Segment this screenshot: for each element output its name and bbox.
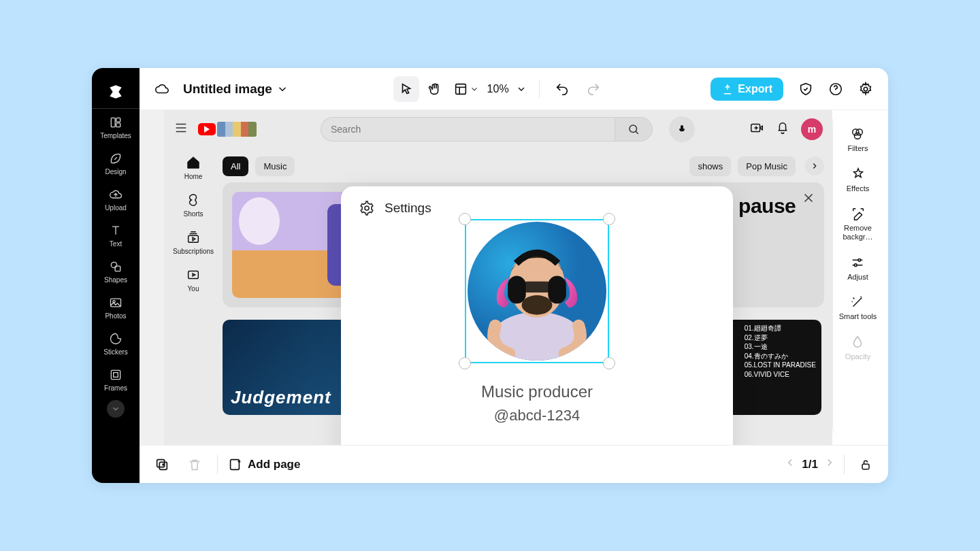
rail-frames[interactable]: Frames (92, 361, 140, 397)
yt-avatar[interactable]: m (801, 118, 823, 140)
tracklist: 01.廻廻奇譚 02.逆夢 03.一途 04.青のすみか 05.LOST IN … (740, 320, 821, 415)
profile-handle: @abcd-1234 (494, 407, 580, 424)
rr-adjust[interactable]: Adjust (846, 251, 870, 286)
svg-point-29 (855, 263, 858, 266)
yt-notifications-button[interactable] (775, 120, 790, 138)
export-icon (721, 83, 734, 95)
resize-handle-bl[interactable] (459, 357, 471, 369)
create-icon (749, 120, 764, 135)
select-tool-button[interactable] (393, 76, 419, 102)
shield-icon (798, 82, 813, 97)
add-page-icon (227, 457, 242, 472)
yt-side-subs[interactable]: Subscriptions (173, 230, 214, 255)
canvas-area[interactable]: m Home Shorts Subscriptions You All (140, 110, 832, 445)
svg-rect-33 (862, 464, 869, 469)
rail-upload[interactable]: Upload (92, 181, 140, 217)
rail-more-button[interactable] (107, 400, 125, 418)
export-label: Export (738, 83, 772, 95)
page-indicator: 1/1 (802, 458, 818, 471)
resize-handle-tr[interactable] (603, 213, 615, 225)
chevron-down-icon (276, 83, 289, 95)
rr-opacity[interactable]: Opacity (844, 331, 872, 365)
yt-logo[interactable] (198, 122, 257, 137)
chip-all[interactable]: All (223, 156, 248, 176)
lock-button[interactable] (853, 452, 879, 478)
redo-button[interactable] (581, 76, 606, 102)
title-text: Untitled image (183, 82, 272, 97)
settings-title: Settings (385, 201, 431, 216)
svg-point-11 (864, 87, 868, 91)
yt-search-button[interactable] (615, 117, 653, 141)
chip-music[interactable]: Music (255, 156, 295, 176)
selection-box[interactable] (465, 219, 609, 363)
svg-point-28 (858, 258, 861, 261)
delete-button[interactable] (182, 452, 208, 478)
settings-card-header: Settings (359, 200, 431, 216)
bell-icon (775, 120, 790, 135)
sliders-icon (850, 255, 865, 270)
left-rail: Templates Design Upload Text Shapes Phot… (92, 68, 140, 483)
rail-stickers[interactable]: Stickers (92, 325, 140, 361)
gear-icon (359, 200, 375, 216)
rail-label: Templates (100, 132, 131, 139)
cloud-icon (154, 82, 169, 97)
rail-shapes[interactable]: Shapes (92, 253, 140, 289)
profile-name: Music producer (481, 382, 593, 401)
wand-icon (850, 295, 865, 310)
close-icon (801, 190, 816, 205)
rr-filters[interactable]: Filters (847, 122, 870, 157)
mic-icon (676, 124, 687, 135)
app-frame: Templates Design Upload Text Shapes Phot… (92, 68, 888, 483)
chip-scroll-right[interactable] (805, 156, 824, 176)
yt-search-input[interactable] (321, 117, 615, 141)
rr-smarttools[interactable]: Smart tools (838, 290, 879, 325)
document-title[interactable]: Untitled image (183, 82, 289, 97)
layout-tool-button[interactable] (451, 76, 482, 102)
settings-button[interactable] (853, 76, 879, 102)
yt-search (321, 117, 653, 141)
rail-label: Text (110, 240, 122, 248)
duplicate-button[interactable] (149, 452, 175, 478)
zoom-value: 10% (487, 83, 509, 95)
add-page-button[interactable]: Add page (227, 457, 300, 472)
help-button[interactable] (823, 76, 849, 102)
rail-label: Frames (104, 384, 127, 392)
rail-photos[interactable]: Photos (92, 289, 140, 325)
undo-button[interactable] (549, 76, 575, 102)
zoom-control[interactable]: 10% (485, 83, 529, 95)
eraser-icon (851, 206, 866, 221)
yt-side-shorts[interactable]: Shorts (184, 193, 203, 218)
pager: 1/1 (784, 452, 879, 478)
rr-removebg[interactable]: Remove backgr… (833, 202, 883, 245)
rail-design[interactable]: Design (92, 145, 140, 181)
gear-icon (858, 82, 873, 97)
rail-text[interactable]: Text (92, 217, 140, 253)
page-prev[interactable] (784, 456, 796, 472)
export-button[interactable]: Export (710, 78, 783, 101)
chevron-down-icon (470, 84, 479, 94)
resize-handle-br[interactable] (603, 357, 615, 369)
rail-label: Stickers (103, 348, 128, 356)
yt-side-home[interactable]: Home (184, 155, 203, 180)
divider (844, 455, 845, 474)
page-next[interactable] (823, 456, 836, 472)
promo-close-button[interactable] (801, 190, 816, 208)
rr-effects[interactable]: Effects (845, 163, 870, 197)
hand-tool-button[interactable] (422, 76, 448, 102)
rail-label: Photos (105, 312, 126, 320)
yt-menu-button[interactable] (174, 120, 189, 138)
yt-create-button[interactable] (749, 120, 764, 138)
shield-button[interactable] (793, 76, 819, 102)
rail-label: Upload (105, 204, 127, 212)
chip-shows[interactable]: shows (689, 156, 731, 176)
resize-handle-tl[interactable] (459, 213, 471, 225)
app-logo[interactable] (92, 75, 140, 109)
duplicate-icon (154, 457, 169, 472)
yt-side-you[interactable]: You (186, 267, 201, 293)
cloud-sync-button[interactable] (149, 76, 175, 102)
chip-popmusic[interactable]: Pop Music (738, 156, 796, 176)
rail-templates[interactable]: Templates (92, 109, 140, 145)
rail-label: Shapes (104, 276, 127, 284)
svg-rect-1 (116, 118, 120, 122)
yt-voice-search[interactable] (669, 116, 695, 142)
